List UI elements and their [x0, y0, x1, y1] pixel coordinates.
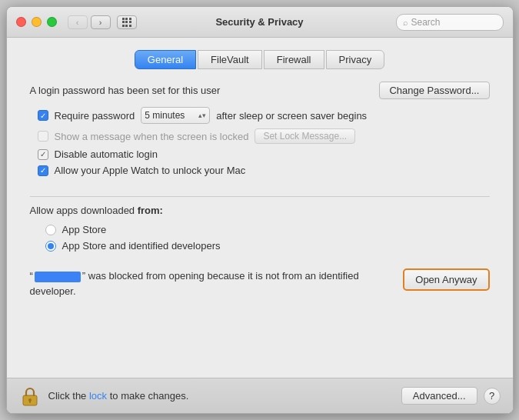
allow-apps-section: Allow apps downloaded from: App Store Ap…	[30, 205, 490, 252]
bottom-right-buttons: Advanced... ?	[401, 387, 501, 405]
nav-buttons: ‹ ›	[68, 15, 111, 29]
open-anyway-button[interactable]: Open Anyway	[403, 268, 489, 291]
bottom-bar: Click the lock to make changes. Advanced…	[7, 378, 513, 413]
dropdown-arrow-icon: ▴▾	[198, 112, 206, 119]
tab-filevault[interactable]: FileVault	[198, 50, 262, 69]
blocked-app-section: “” was blocked from opening because it i…	[30, 268, 490, 298]
back-button[interactable]: ‹	[68, 15, 88, 29]
set-lock-message-button[interactable]: Set Lock Message...	[255, 128, 355, 144]
radio-group: App Store App Store and identified devel…	[30, 224, 490, 252]
require-password-label: Require password	[55, 110, 135, 122]
forward-button[interactable]: ›	[91, 15, 111, 29]
close-button[interactable]	[16, 17, 26, 27]
radio-app-store-identified-label: App Store and identified developers	[62, 240, 221, 252]
help-button[interactable]: ?	[484, 388, 501, 405]
radio-app-store-identified-row: App Store and identified developers	[45, 240, 490, 252]
search-box[interactable]: ⌕ Search	[396, 14, 504, 31]
tab-general[interactable]: General	[135, 50, 196, 69]
tabs: General FileVault Firewall Privacy	[30, 50, 490, 69]
radio-app-store-row: App Store	[45, 224, 490, 235]
require-password-checkbox[interactable]: ✓	[38, 110, 48, 121]
lock-icon	[19, 385, 41, 407]
window-title: Security & Privacy	[215, 16, 303, 28]
blocked-app-name	[35, 272, 81, 282]
svg-rect-2	[29, 400, 31, 403]
tab-privacy[interactable]: Privacy	[326, 50, 385, 69]
show-message-row: Show a message when the screen is locked…	[38, 128, 490, 144]
show-message-label: Show a message when the screen is locked	[55, 131, 249, 142]
blocked-text: “” was blocked from opening because it i…	[30, 268, 396, 298]
disable-autologin-row: ✓ Disable automatic login	[38, 148, 490, 160]
login-password-label: A login password has been set for this u…	[30, 85, 221, 96]
search-icon: ⌕	[403, 18, 408, 27]
disable-autologin-checkbox[interactable]: ✓	[38, 149, 48, 160]
apple-watch-checkbox[interactable]: ✓	[38, 165, 48, 176]
blocked-quote-open: “	[30, 270, 33, 282]
radio-app-store[interactable]	[45, 225, 56, 235]
grid-view-button[interactable]	[117, 15, 137, 29]
radio-app-store-identified[interactable]	[45, 241, 56, 252]
search-placeholder: Search	[411, 17, 441, 28]
lock-text: Click the lock to make changes.	[48, 390, 189, 402]
change-password-button[interactable]: Change Password...	[379, 82, 489, 99]
require-password-suffix: after sleep or screen saver begins	[216, 110, 367, 122]
allow-apps-label: Allow apps downloaded from:	[30, 205, 490, 216]
login-password-section: A login password has been set for this u…	[30, 82, 490, 99]
maximize-button[interactable]	[47, 17, 57, 27]
content-area: General FileVault Firewall Privacy A log…	[7, 38, 513, 378]
options-area: ✓ Require password 5 minutes ▴▾ after sl…	[30, 107, 490, 176]
apple-watch-label: Allow your Apple Watch to unlock your Ma…	[55, 165, 246, 176]
apple-watch-row: ✓ Allow your Apple Watch to unlock your …	[38, 165, 490, 176]
show-message-checkbox[interactable]	[38, 131, 48, 142]
require-password-dropdown[interactable]: 5 minutes ▴▾	[141, 107, 210, 124]
radio-app-store-label: App Store	[62, 224, 107, 235]
traffic-lights	[16, 17, 57, 27]
tab-firewall[interactable]: Firewall	[264, 50, 324, 69]
disable-autologin-label: Disable automatic login	[55, 148, 158, 160]
advanced-button[interactable]: Advanced...	[401, 387, 477, 405]
section-divider	[30, 196, 490, 197]
titlebar: ‹ › Security & Privacy ⌕ Search	[7, 7, 513, 38]
minimize-button[interactable]	[32, 17, 42, 27]
main-window: ‹ › Security & Privacy ⌕ Search General …	[6, 6, 514, 414]
require-password-dropdown-value: 5 minutes	[145, 110, 185, 121]
lock-link[interactable]: lock	[89, 390, 107, 402]
require-password-row: ✓ Require password 5 minutes ▴▾ after sl…	[38, 107, 490, 124]
